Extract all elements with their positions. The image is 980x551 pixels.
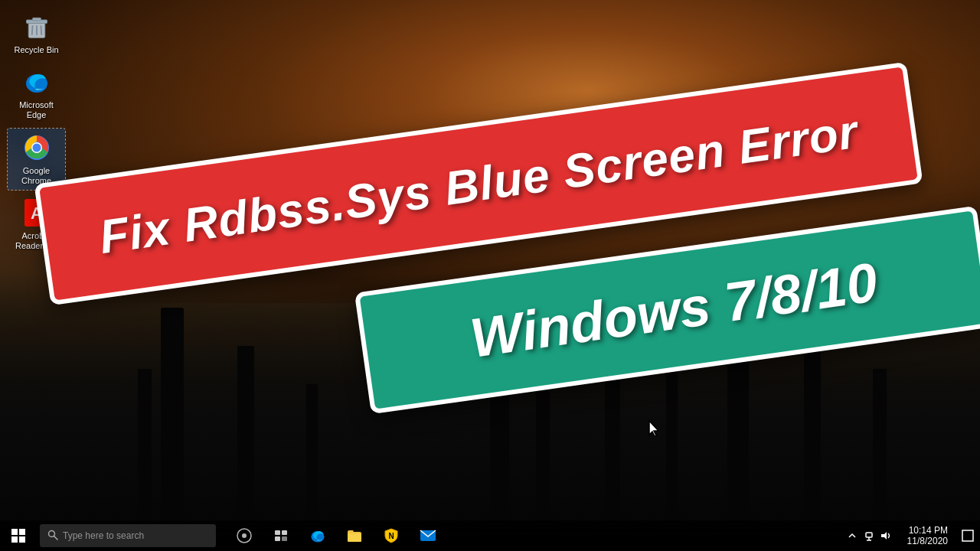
network-icon[interactable] [861,528,877,543]
taskbar-security-button[interactable]: N [374,520,408,551]
taskbar-center-icons: N [227,520,445,551]
cortana-button[interactable] [227,520,261,551]
taskbar-mail-button[interactable] [411,520,445,551]
clock-time: 10:14 PM [909,525,948,536]
green-banner-text: Windows 7/8/10 [466,250,881,370]
windows-logo-icon [11,529,25,543]
system-tray: 10:14 PM 11/8/2020 [838,520,980,551]
svg-text:N: N [388,532,394,540]
taskbar-search-bar[interactable] [40,524,216,547]
taskbar: N [0,520,980,551]
notification-center-button[interactable] [956,520,980,551]
svg-line-3 [31,25,32,35]
svg-rect-2 [32,18,41,21]
clock-date: 11/8/2020 [907,536,948,546]
recycle-bin-icon[interactable]: Recycle Bin [8,8,65,59]
tray-overflow-button[interactable] [844,528,860,543]
svg-rect-18 [282,530,287,535]
system-clock[interactable]: 10:14 PM 11/8/2020 [900,525,956,546]
svg-line-14 [54,536,58,540]
svg-point-16 [242,533,247,538]
desktop: Recycle Bin Microsoft Edge [0,0,980,551]
start-button[interactable] [0,520,37,551]
svg-rect-22 [348,533,361,542]
svg-rect-29 [962,530,973,541]
banner-container: Fix Rdbss.Sys Blue Screen Error Windows … [38,107,919,459]
taskbar-edge-button[interactable] [301,520,335,551]
recycle-bin-image [21,11,52,42]
svg-line-5 [41,25,41,35]
microsoft-edge-image [21,67,52,97]
recycle-bin-label: Recycle Bin [14,45,58,55]
search-icon [47,530,58,543]
taskbar-file-explorer-button[interactable] [338,520,371,551]
search-input[interactable] [63,530,185,541]
svg-rect-25 [866,533,872,537]
task-view-button[interactable] [264,520,298,551]
svg-rect-17 [275,530,280,535]
volume-icon[interactable] [878,528,893,543]
svg-rect-20 [282,536,287,541]
tray-icons [838,528,900,543]
svg-marker-28 [881,532,887,540]
svg-rect-19 [275,536,280,541]
